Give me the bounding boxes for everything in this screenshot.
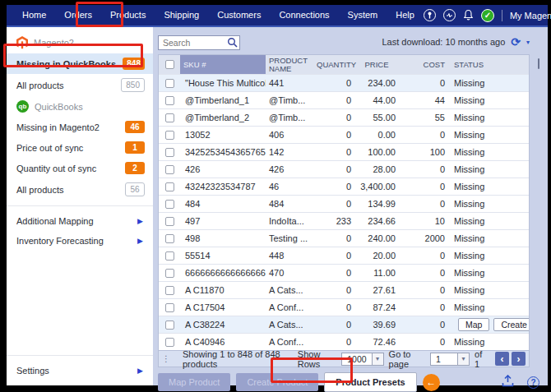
table-row[interactable]: 3425253454365765861420100.00100Missing: [159, 143, 529, 160]
table-row[interactable]: A C40946A Conf...072.460Missing: [159, 333, 529, 350]
row-checkbox[interactable]: [165, 303, 174, 312]
sidebar-item-settings[interactable]: Settings ▶: [7, 361, 153, 385]
table-row[interactable]: @Timberland_1@Timb...044.0044Missing: [159, 91, 529, 108]
page-select[interactable]: 1 ▾: [430, 353, 470, 366]
create-product-button[interactable]: Create Product: [236, 373, 318, 391]
last-download-text: Last download: 10 months ago: [382, 37, 505, 47]
name-cell: Testing ...: [266, 233, 313, 243]
shield-circle-icon[interactable]: [424, 9, 436, 21]
qty-cell: 0: [313, 78, 354, 88]
nav-item-system[interactable]: System: [339, 5, 387, 25]
table-row[interactable]: 497IndoIta...233234.6610Missing: [159, 212, 529, 229]
create-row-button[interactable]: Create: [493, 318, 529, 331]
sidebar-item-quantity-out-of-sync[interactable]: Quantity out of sync 2: [7, 158, 153, 178]
select-all-checkbox[interactable]: [165, 60, 174, 69]
previous-page-button[interactable]: ‹: [495, 352, 509, 366]
row-checkbox[interactable]: [165, 269, 174, 278]
row-checkbox[interactable]: [165, 131, 174, 140]
row-checkbox[interactable]: [165, 251, 174, 261]
status-cell: Missing: [448, 130, 529, 140]
table-row[interactable]: 498Testing ...0240.002000Missing: [159, 229, 529, 247]
show-rows-select[interactable]: 1000 ▾: [341, 353, 383, 366]
help-icon[interactable]: ?: [527, 376, 539, 389]
main-menu: Home Orders Products Shipping Customers …: [13, 5, 424, 25]
sidebar-item-inventory-forecasting[interactable]: Inventory Forecasting ▶: [7, 231, 153, 251]
table-row[interactable]: 55514448020.000Missing: [159, 247, 529, 264]
refresh-chevron-down-icon[interactable]: ▾: [526, 39, 530, 46]
column-header-cost[interactable]: COST: [399, 61, 448, 69]
map-row-button[interactable]: Map: [458, 318, 489, 331]
price-cell: 100.00: [354, 147, 399, 157]
table-row[interactable]: @Timberland_2@Timb...055.0055Missing: [159, 108, 529, 126]
status-cell: Missing: [448, 113, 529, 122]
sku-cell: @Timberland_1: [180, 95, 266, 105]
column-header-product-name[interactable]: PRODUCT NAME: [266, 57, 313, 73]
row-checkbox[interactable]: [165, 321, 174, 330]
chevron-down-icon[interactable]: ▾: [372, 353, 383, 365]
app-window: Home Orders Products Shipping Customers …: [7, 5, 548, 385]
showing-count-text: Showing 1 to 848 of 848 products: [176, 349, 293, 369]
sidebar-item-missing-in-quickbooks[interactable]: Missing in QuickBooks 848: [7, 53, 153, 74]
export-upload-icon[interactable]: [502, 375, 514, 390]
column-header-price[interactable]: PRICE: [354, 61, 399, 69]
table-row[interactable]: A C17504A Conf...087.240Missing: [159, 298, 529, 316]
cost-cell: 0: [399, 164, 448, 174]
row-checkbox[interactable]: [165, 96, 174, 105]
qty-cell: 0: [313, 302, 354, 312]
nav-item-shipping[interactable]: Shipping: [155, 5, 208, 25]
row-checkbox[interactable]: [165, 165, 174, 174]
table-row[interactable]: 4844840134.990Missing: [159, 195, 529, 212]
scrollbar-thumb[interactable]: [538, 58, 539, 69]
table-row[interactable]: 66666666666666666666470011.000Missing: [159, 264, 529, 281]
nav-item-help[interactable]: Help: [387, 5, 424, 25]
nav-item-connections[interactable]: Connections: [270, 5, 338, 25]
search-icon[interactable]: [227, 36, 238, 51]
activity-gauge-icon[interactable]: [443, 9, 456, 21]
row-checkbox[interactable]: [165, 148, 174, 157]
row-checkbox[interactable]: [165, 79, 174, 88]
column-header-quantity[interactable]: QUANTITY: [313, 61, 354, 69]
refresh-icon[interactable]: ⟳: [511, 36, 521, 48]
row-checkbox[interactable]: [165, 338, 174, 347]
table-row[interactable]: 426426028.000Missing: [159, 160, 529, 178]
nav-item-home[interactable]: Home: [13, 5, 55, 25]
row-checkbox[interactable]: [165, 234, 174, 243]
nav-item-orders[interactable]: Orders: [55, 5, 101, 25]
chevron-down-icon[interactable]: ▾: [457, 353, 469, 365]
column-header-sku[interactable]: SKU #: [180, 55, 266, 74]
sku-cell: A C40946: [180, 337, 266, 347]
sidebar-item-price-out-of-sync[interactable]: Price out of sync 1: [7, 137, 153, 158]
product-presets-button[interactable]: Product Presets: [324, 372, 416, 392]
price-cell: 28.00: [354, 164, 399, 174]
top-navbar: Home Orders Products Shipping Customers …: [7, 5, 548, 27]
table-row[interactable]: 1305240600.000Missing: [159, 126, 529, 143]
sidebar-item-missing-in-magento2[interactable]: Missing in Magento2 46: [7, 117, 153, 137]
qty-cell: 233: [313, 216, 354, 226]
sku-cell: 497: [180, 216, 266, 226]
row-checkbox[interactable]: [165, 113, 174, 122]
sidebar-link-label: Settings: [16, 366, 49, 376]
table-row[interactable]: A C11870A Cats...027.610Missing: [159, 281, 529, 298]
sidebar-item-additional-mapping[interactable]: Additional Mapping ▶: [7, 211, 153, 231]
notifications-bell-icon[interactable]: [463, 9, 474, 21]
row-checkbox[interactable]: [165, 200, 174, 209]
sidebar-item-all-products-magento[interactable]: All products 850: [7, 74, 153, 96]
nav-item-customers[interactable]: Customers: [208, 5, 270, 25]
next-page-button[interactable]: ›: [512, 352, 526, 366]
sidebar-item-all-products-quickbooks[interactable]: All products 56: [7, 178, 153, 201]
row-checkbox[interactable]: [165, 182, 174, 191]
back-arrow-button[interactable]: ←: [423, 374, 440, 391]
table-row[interactable]: "House This Multicoloured...4410234.000M…: [159, 74, 529, 91]
account-menu[interactable]: My Magento 2 an.. ▾: [510, 11, 551, 21]
column-header-status[interactable]: STATUS: [448, 61, 529, 69]
nav-item-products[interactable]: Products: [101, 5, 155, 25]
grip-handle-icon[interactable]: ⋮: [162, 354, 169, 363]
table-row[interactable]: A C38224A Cats...039.690MissingMapCreate: [159, 316, 529, 333]
row-checkbox[interactable]: [165, 217, 174, 226]
price-cell: 3,400.00: [354, 182, 399, 191]
table-row[interactable]: 432423235347874603,400.000Missing: [159, 178, 529, 195]
sync-status-clock-icon[interactable]: ✓: [481, 9, 494, 22]
map-product-button[interactable]: Map Product: [158, 373, 230, 391]
row-checkbox[interactable]: [165, 286, 174, 295]
sku-cell: @Timberland_2: [180, 113, 266, 122]
